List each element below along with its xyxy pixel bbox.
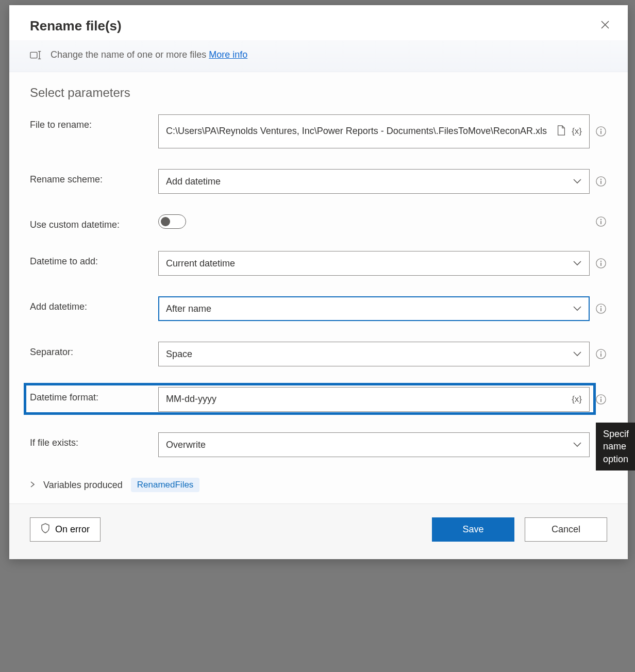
- svg-point-20: [600, 397, 601, 398]
- label-if-file-exists: If file exists:: [30, 432, 151, 448]
- file-picker-icon[interactable]: [556, 125, 566, 139]
- close-icon[interactable]: [598, 16, 612, 35]
- row-add-datetime: Add datetime: After name: [30, 296, 607, 321]
- on-error-button[interactable]: On error: [30, 517, 101, 542]
- tooltip-line: option: [603, 453, 629, 465]
- label-datetime-format: Datetime format:: [30, 387, 151, 403]
- svg-point-14: [600, 306, 601, 307]
- label-use-custom-datetime: Use custom datetime:: [30, 214, 151, 230]
- info-icon[interactable]: [595, 348, 607, 360]
- save-button[interactable]: Save: [432, 517, 514, 542]
- select-value: Overwrite: [166, 440, 206, 450]
- input-file-to-rename[interactable]: C:\Users\PA\Reynolds Ventures, Inc\Power…: [158, 114, 590, 148]
- select-if-file-exists[interactable]: Overwrite: [158, 432, 590, 457]
- row-file-to-rename: File to rename: C:\Users\PA\Reynolds Ven…: [30, 114, 607, 148]
- description-bar: Change the name of one or more files Mor…: [9, 40, 628, 72]
- svg-point-8: [600, 219, 601, 220]
- input-datetime-format[interactable]: MM-dd-yyyy {x}: [158, 387, 590, 412]
- svg-point-11: [600, 261, 601, 262]
- select-value: After name: [166, 304, 211, 314]
- chevron-right-icon: [30, 480, 35, 491]
- chevron-down-icon: [573, 258, 582, 269]
- svg-point-17: [600, 351, 601, 352]
- tooltip-line: name: [603, 440, 629, 452]
- variable-chip[interactable]: RenamedFiles: [131, 478, 200, 492]
- description-label: Change the name of one or more files: [51, 49, 206, 60]
- cancel-button[interactable]: Cancel: [525, 517, 607, 542]
- more-info-link[interactable]: More info: [209, 49, 247, 60]
- description-text: Change the name of one or more files Mor…: [51, 49, 247, 60]
- select-value: Current datetime: [166, 258, 235, 269]
- dialog-title: Rename file(s): [30, 18, 598, 34]
- label-file-to-rename: File to rename:: [30, 114, 151, 130]
- select-datetime-to-add[interactable]: Current datetime: [158, 251, 590, 276]
- label-rename-scheme: Rename scheme:: [30, 169, 151, 185]
- info-icon[interactable]: [595, 215, 607, 228]
- variables-produced-label: Variables produced: [43, 480, 123, 491]
- chevron-down-icon: [573, 349, 582, 360]
- svg-rect-12: [600, 263, 601, 266]
- row-use-custom-datetime: Use custom datetime:: [30, 214, 607, 230]
- select-rename-scheme[interactable]: Add datetime: [158, 169, 590, 194]
- rename-icon: [30, 50, 43, 60]
- select-value: Add datetime: [166, 176, 221, 187]
- label-datetime-to-add: Datetime to add:: [30, 251, 151, 267]
- row-datetime-format: Datetime format: MM-dd-yyyy {x}: [30, 387, 607, 412]
- select-value: Space: [166, 349, 192, 360]
- dialog-header: Rename file(s): [9, 5, 628, 40]
- chevron-down-icon: [573, 440, 582, 450]
- svg-rect-3: [600, 131, 601, 134]
- svg-rect-0: [30, 52, 37, 58]
- row-rename-scheme: Rename scheme: Add datetime: [30, 169, 607, 194]
- label-separator: Separator:: [30, 342, 151, 358]
- svg-rect-21: [600, 399, 601, 402]
- info-icon[interactable]: [595, 125, 607, 138]
- shield-icon: [41, 523, 50, 536]
- cancel-label: Cancel: [552, 524, 580, 534]
- on-error-label: On error: [55, 524, 90, 535]
- dialog-body: Select parameters File to rename: C:\Use…: [9, 72, 628, 503]
- select-add-datetime[interactable]: After name: [158, 296, 590, 321]
- label-add-datetime: Add datetime:: [30, 296, 151, 312]
- svg-rect-9: [600, 221, 601, 224]
- variable-picker-icon[interactable]: {x}: [572, 126, 582, 137]
- row-separator: Separator: Space: [30, 342, 607, 366]
- info-icon[interactable]: [595, 175, 607, 188]
- input-dt-format-value: MM-dd-yyyy: [166, 393, 572, 405]
- info-icon[interactable]: [595, 303, 607, 315]
- row-datetime-to-add: Datetime to add: Current datetime: [30, 251, 607, 276]
- svg-rect-18: [600, 354, 601, 357]
- input-file-value: C:\Users\PA\Reynolds Ventures, Inc\Power…: [166, 125, 556, 137]
- variables-produced-row[interactable]: Variables produced RenamedFiles: [30, 478, 607, 492]
- rename-files-dialog: Rename file(s) Change the name of one or…: [9, 5, 628, 559]
- section-title: Select parameters: [30, 86, 607, 100]
- svg-point-2: [600, 129, 601, 130]
- info-icon[interactable]: [595, 393, 607, 406]
- save-label: Save: [462, 524, 483, 534]
- info-icon[interactable]: [595, 257, 607, 270]
- svg-point-5: [600, 179, 601, 180]
- toggle-use-custom-datetime[interactable]: [158, 214, 186, 229]
- row-if-file-exists: If file exists: Overwrite: [30, 432, 607, 457]
- chevron-down-icon: [573, 176, 582, 187]
- svg-rect-6: [600, 181, 601, 184]
- dialog-footer: On error Save Cancel: [9, 503, 628, 559]
- tooltip-line: Specif: [603, 428, 629, 440]
- tooltip: Specif name option: [596, 423, 635, 471]
- svg-rect-15: [600, 308, 601, 311]
- select-separator[interactable]: Space: [158, 342, 590, 366]
- chevron-down-icon: [573, 304, 582, 314]
- variable-picker-icon[interactable]: {x}: [572, 394, 582, 405]
